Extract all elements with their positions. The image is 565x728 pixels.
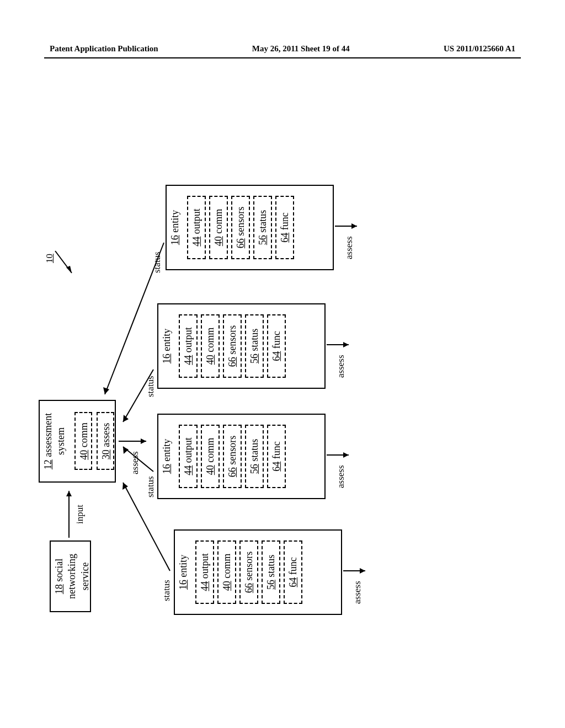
assess-sub2: 30 assess [97,413,114,470]
assess-sub2-num: 30 [100,449,111,459]
e1-text: entity [178,555,189,577]
assess-text: assessment system [42,413,66,457]
assessment-box: 12 assessment system 40 comm 30 assess [39,400,116,483]
e3s4n: 56 [249,354,260,363]
e1s2n: 40 [221,581,232,591]
e2-s2: 40 comm [201,425,220,488]
e4s4t: status [257,210,268,233]
assess-label-4: assess [344,236,355,259]
assess-label-3: assess [335,355,347,378]
status-label-2: status [145,476,156,497]
e4-s4: 56 status [253,196,272,259]
svg-line-10 [123,447,153,472]
e4s2n: 40 [213,236,224,246]
e1s3n: 66 [243,583,254,593]
e1s1t: output [199,553,210,579]
e2s4n: 56 [249,464,260,474]
e1s5n: 64 [287,577,299,587]
status-arrow-2 [120,444,159,477]
diagram-container: FIG. 16 10 18 social networking service … [11,143,541,563]
ref-arrow [52,243,74,276]
svg-marker-3 [66,491,72,496]
e2s4t: status [249,439,260,462]
e4s1n: 44 [191,237,202,247]
e2-s1: 44 output [179,425,198,488]
e2-num: 16 [161,464,172,474]
e4s2t: comm [213,209,224,234]
e4-s1: 44 output [187,196,206,259]
e3s1n: 44 [183,355,194,365]
status-label-4: status [152,251,163,273]
assess-sub1: 40 comm [74,413,92,470]
entity-box-2: 16 entity 44 output 40 comm 66 sensors 5… [157,414,326,499]
e1s5t: func [287,557,299,575]
e4-text: entity [169,210,180,233]
entity-box-4: 16 entity 44 output 40 comm 66 sensors 5… [166,185,334,270]
e2-s5: 64 func [267,425,286,488]
header-divider [44,57,521,58]
e2s5t: func [271,441,282,459]
e4s5t: func [279,212,290,230]
input-arrow [63,485,74,538]
status-label-1: status [161,580,172,601]
e1s1n: 44 [199,581,210,591]
assess-sub1-num: 40 [78,450,89,460]
e3s5n: 64 [271,351,282,361]
e1s4t: status [265,555,276,577]
e3s4t: status [249,329,260,351]
assess-arrow-2 [327,449,354,461]
e3-s3: 66 sensors [223,314,242,378]
e2s3n: 66 [227,467,238,477]
e4s5n: 64 [279,233,290,243]
assess-label-2: assess [335,465,347,488]
assess-arrow-1 [343,565,371,576]
e2s3t: sensors [227,436,238,465]
svg-marker-19 [103,387,109,394]
e3s1t: output [183,327,194,352]
e4s1t: output [191,208,202,234]
header-right: US 2011/0125660 A1 [444,44,515,53]
social-box: 18 social networking service [50,540,91,612]
e3-s1: 44 output [179,314,198,378]
e3s3t: sensors [227,325,238,355]
e1-s5: 64 func [284,540,302,604]
e1-s2: 40 comm [217,540,236,604]
e4-s5: 64 func [275,196,294,259]
e3s2t: comm [205,328,216,352]
e3s3n: 66 [227,357,238,367]
svg-marker-5 [141,438,146,444]
e2s1n: 44 [183,465,194,475]
e1s2t: comm [221,554,232,579]
svg-marker-13 [343,452,349,458]
assess-label-1: assess [352,581,363,604]
e1s3t: sensors [243,552,254,581]
e4s4n: 56 [257,235,268,245]
e1s4n: 56 [265,580,276,590]
social-num: 18 [54,584,65,594]
e4-s2: 40 comm [209,196,228,259]
header-left: Patent Application Publication [50,44,158,53]
e4s3n: 66 [235,238,246,248]
e4-s3: 66 sensors [231,196,250,259]
e4-num: 16 [169,235,180,245]
e3-s4: 56 status [245,314,264,378]
assess-arrow-4 [335,221,363,232]
assess-arrow-3 [327,339,354,350]
e2s2t: comm [205,438,216,463]
assess-sub1-text: comm [78,422,89,447]
e3-s2: 40 comm [201,314,220,378]
e2s1t: output [183,437,194,463]
e1-s1: 44 output [195,540,214,604]
entity-box-3: 16 entity 44 output 40 comm 66 sensors 5… [157,303,326,389]
svg-marker-15 [123,415,129,422]
svg-marker-7 [122,483,128,490]
assess-num: 12 [42,459,54,469]
entity-box-1: 16 entity 44 output 40 comm 66 sensors 5… [174,529,342,615]
e2-s3: 66 sensors [223,425,242,488]
e2-text: entity [161,439,172,462]
e1-s4: 56 status [262,540,280,604]
e1-s3: 66 sensors [239,540,258,604]
e2s2n: 40 [205,465,216,475]
e3s2n: 40 [205,355,216,365]
svg-marker-21 [351,223,357,229]
